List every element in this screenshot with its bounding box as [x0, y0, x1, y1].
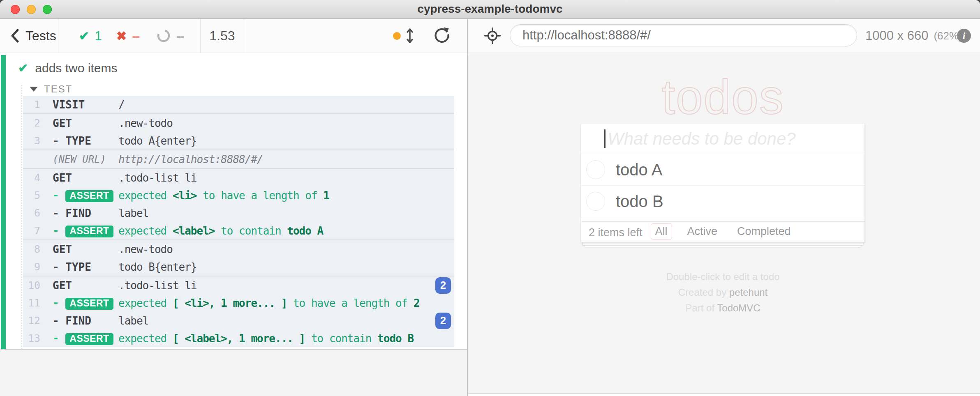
command-number: 12	[23, 315, 40, 327]
items-left-count: 2 items left	[589, 226, 643, 239]
aut-url-bar[interactable]: http://localhost:8888/#/	[510, 24, 857, 46]
reporter-toolbar: Tests ✔ 1 ✖ -- -- 1.53	[0, 19, 467, 53]
app-info-line: Double-click to edit a todo	[581, 269, 864, 285]
todo-item-label: todo B	[616, 192, 663, 211]
test-passed-check-icon: ✔	[18, 61, 28, 75]
command-row[interactable]: 6- FINDlabel	[23, 204, 454, 222]
command-number: 3	[23, 135, 40, 147]
element-count-badge: 2	[435, 313, 451, 329]
command-method: GET	[53, 243, 118, 256]
test-title: adds two items	[35, 61, 117, 75]
todo-footer: 2 items left AllActiveCompleted	[581, 221, 864, 242]
app-info-link[interactable]: TodoMVC	[717, 302, 760, 313]
command-method: - FIND	[53, 207, 118, 219]
passed-count: 1	[95, 28, 102, 44]
command-row[interactable]: 9- TYPEtodo B{enter}	[23, 258, 454, 276]
command-method: VISIT	[53, 99, 118, 111]
stat-failed: ✖ --	[116, 19, 139, 53]
aut-pane: http://localhost:8888/#/ 1000 x 660 (62%…	[468, 19, 980, 396]
refresh-icon	[432, 26, 451, 45]
command-message: expected <li> to have a length of 1	[118, 189, 454, 202]
filter-all[interactable]: All	[650, 223, 672, 239]
todo-toggle-checkbox[interactable]	[586, 192, 605, 211]
assert-badge: ASSERT	[65, 190, 113, 202]
back-to-tests-button[interactable]: Tests	[0, 19, 58, 53]
command-row[interactable]: 12- FINDlabel2	[23, 312, 454, 329]
command-number: 4	[23, 172, 40, 184]
info-icon: i	[963, 30, 966, 41]
command-message: todo B{enter}	[118, 261, 454, 273]
todo-item-label: todo A	[616, 161, 662, 179]
command-method: - ASSERT	[53, 297, 118, 310]
aut-url: http://localhost:8888/#/	[522, 28, 651, 43]
command-row[interactable]: 1VISIT/	[23, 96, 454, 113]
filter-completed[interactable]: Completed	[733, 223, 795, 239]
auto-scroll-indicator[interactable]	[393, 19, 414, 53]
rerun-tests-button[interactable]	[432, 19, 451, 53]
command-number: 13	[23, 332, 40, 344]
command-row[interactable]: (NEW URL)http://localhost:8888/#/	[23, 150, 454, 168]
assert-badge: ASSERT	[65, 226, 113, 237]
stat-passed: ✔ 1	[79, 19, 102, 53]
hook-indent-line	[21, 85, 22, 357]
toolbar-divider	[244, 19, 244, 53]
command-method: GET	[53, 172, 118, 184]
test-title-row[interactable]: ✔ adds two items	[18, 61, 117, 75]
command-child-dash: -	[53, 207, 65, 219]
command-message: /	[118, 99, 454, 111]
todo-item[interactable]: todo B	[581, 185, 864, 217]
command-method: - ASSERT	[53, 224, 118, 237]
chevron-left-icon	[10, 28, 20, 43]
viewport-size: 1000 x 660	[865, 28, 928, 43]
command-row[interactable]: 4GET.todo-list li	[23, 168, 454, 186]
command-message: .todo-list li	[118, 172, 454, 184]
selector-playground-button[interactable]	[483, 19, 502, 53]
command-number: 2	[23, 117, 40, 129]
filter-active[interactable]: Active	[682, 223, 722, 239]
test-duration: 1.53	[201, 19, 244, 53]
viewport-info-button[interactable]: i	[957, 29, 971, 43]
command-row[interactable]: 7- ASSERTexpected <label> to contain tod…	[23, 222, 454, 239]
aut-toolbar: http://localhost:8888/#/ 1000 x 660 (62%…	[468, 19, 980, 53]
back-to-tests-label: Tests	[25, 28, 56, 44]
zoom-window-button[interactable]	[43, 5, 52, 14]
assert-badge: ASSERT	[65, 333, 113, 345]
command-number: 5	[23, 189, 40, 201]
command-message: todo A{enter}	[118, 135, 454, 147]
command-row[interactable]: 5- ASSERTexpected <li> to have a length …	[23, 186, 454, 204]
todos-app-title: todos	[581, 73, 864, 121]
command-row[interactable]: 8GET.new-todo	[23, 239, 454, 258]
app-info-line: Created by petehunt	[581, 285, 864, 300]
command-row[interactable]: 3- TYPEtodo A{enter}	[23, 132, 454, 150]
todo-footer-divider	[581, 217, 864, 221]
command-method: - TYPE	[53, 135, 118, 147]
command-row[interactable]: 11- ASSERTexpected [ <li>, 1 more... ] t…	[23, 294, 454, 312]
command-message: http://localhost:8888/#/	[118, 153, 454, 166]
todo-item[interactable]: todo A	[581, 154, 864, 185]
todo-toggle-checkbox[interactable]	[586, 160, 605, 179]
command-message: expected [ <label>, 1 more... ] to conta…	[118, 332, 454, 345]
pending-circle-icon	[156, 28, 171, 43]
close-window-button[interactable]	[11, 5, 20, 14]
command-number: 8	[23, 243, 40, 255]
reporter-footer-area	[0, 349, 467, 396]
command-message: label	[118, 315, 435, 327]
command-message: expected <label> to contain todo A	[118, 225, 454, 237]
command-row[interactable]: 10GET.todo-list li2	[23, 276, 454, 294]
command-number: 10	[23, 279, 40, 291]
new-todo-placeholder: What needs to be done?	[608, 129, 796, 149]
command-child-dash: -	[53, 224, 65, 237]
command-method: GET	[53, 279, 118, 292]
app-info-link[interactable]: petehunt	[729, 287, 767, 298]
command-message: label	[118, 207, 454, 219]
new-todo-input[interactable]: What needs to be done?	[581, 124, 864, 154]
command-row[interactable]: 13- ASSERTexpected [ <label>, 1 more... …	[23, 329, 454, 347]
viewport-info: 1000 x 660 (62%)	[865, 19, 962, 53]
check-icon: ✔	[79, 29, 89, 43]
minimize-window-button[interactable]	[27, 5, 36, 14]
window-title: cypress-example-todomvc	[0, 0, 980, 18]
command-log: 1VISIT/2GET.new-todo3- TYPEtodo A{enter}…	[23, 96, 454, 347]
command-row[interactable]: 2GET.new-todo	[23, 113, 454, 132]
test-section-header[interactable]: TEST	[30, 83, 72, 95]
command-number: 11	[23, 297, 40, 309]
